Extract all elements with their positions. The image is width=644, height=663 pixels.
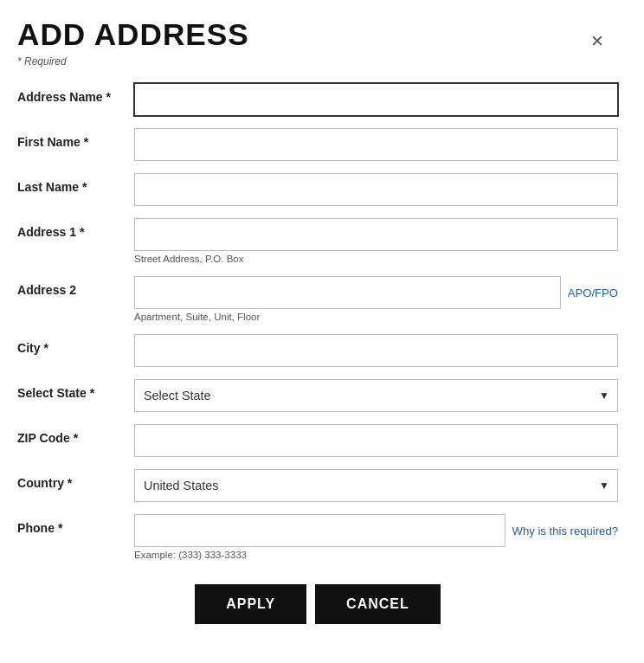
required-note: * Required bbox=[17, 55, 618, 68]
city-field-wrap bbox=[134, 334, 618, 367]
address2-label: Address 2 bbox=[17, 276, 134, 297]
state-row: Select State * Select State Alabama Alas… bbox=[17, 379, 618, 412]
zip-row: ZIP Code * bbox=[17, 424, 618, 457]
page-title: ADD ADDRESS bbox=[17, 17, 618, 52]
country-field-wrap: United States Canada Mexico ▼ bbox=[134, 469, 618, 502]
address1-input[interactable] bbox=[134, 218, 618, 251]
phone-input-row: Why is this required? bbox=[134, 514, 618, 547]
city-input[interactable] bbox=[134, 334, 618, 367]
first-name-row: First Name * bbox=[17, 128, 618, 161]
address2-input[interactable] bbox=[134, 276, 561, 309]
why-required-link[interactable]: Why is this required? bbox=[512, 525, 618, 537]
zip-label: ZIP Code * bbox=[17, 424, 134, 445]
country-select-wrapper: United States Canada Mexico ▼ bbox=[134, 469, 618, 502]
country-label: Country * bbox=[17, 469, 134, 490]
first-name-field-wrap bbox=[134, 128, 618, 161]
apo-fpo-link[interactable]: APO/FPO bbox=[568, 286, 618, 299]
state-select-wrapper: Select State Alabama Alaska Arizona Cali… bbox=[134, 379, 618, 412]
address2-input-row: APO/FPO bbox=[134, 276, 618, 309]
phone-input[interactable] bbox=[134, 514, 506, 547]
phone-field-wrap: Why is this required? Example: (333) 333… bbox=[134, 514, 618, 560]
button-row: APPLY CANCEL bbox=[17, 584, 618, 624]
last-name-label: Last Name * bbox=[17, 173, 134, 194]
address-name-row: Address Name * bbox=[17, 83, 618, 116]
last-name-field-wrap bbox=[134, 173, 618, 206]
state-field-wrap: Select State Alabama Alaska Arizona Cali… bbox=[134, 379, 618, 412]
phone-row: Phone * Why is this required? Example: (… bbox=[17, 514, 618, 560]
city-row: City * bbox=[17, 334, 618, 367]
state-select[interactable]: Select State Alabama Alaska Arizona Cali… bbox=[134, 379, 618, 412]
address-name-field-wrap bbox=[134, 83, 618, 116]
zip-field-wrap bbox=[134, 424, 618, 457]
zip-input[interactable] bbox=[134, 424, 618, 457]
city-label: City * bbox=[17, 334, 134, 355]
phone-hint: Example: (333) 333-3333 bbox=[134, 550, 618, 560]
apply-button[interactable]: APPLY bbox=[195, 584, 306, 624]
first-name-label: First Name * bbox=[17, 128, 134, 149]
address1-label: Address 1 * bbox=[17, 218, 134, 239]
last-name-row: Last Name * bbox=[17, 173, 618, 206]
state-label: Select State * bbox=[17, 379, 134, 400]
cancel-button[interactable]: CANCEL bbox=[315, 584, 441, 624]
address1-row: Address 1 * Street Address, P.O. Box bbox=[17, 218, 618, 264]
close-icon[interactable]: ✕ bbox=[590, 31, 604, 51]
address2-hint: Apartment, Suite, Unit, Floor bbox=[134, 312, 618, 322]
address1-hint: Street Address, P.O. Box bbox=[134, 254, 618, 264]
address-name-label: Address Name * bbox=[17, 83, 134, 104]
address2-field-wrap: APO/FPO Apartment, Suite, Unit, Floor bbox=[134, 276, 618, 322]
first-name-input[interactable] bbox=[134, 128, 618, 161]
phone-label: Phone * bbox=[17, 514, 134, 535]
address2-row: Address 2 APO/FPO Apartment, Suite, Unit… bbox=[17, 276, 618, 322]
address-name-input[interactable] bbox=[134, 83, 618, 116]
address1-field-wrap: Street Address, P.O. Box bbox=[134, 218, 618, 264]
country-row: Country * United States Canada Mexico ▼ bbox=[17, 469, 618, 502]
last-name-input[interactable] bbox=[134, 173, 618, 206]
country-select[interactable]: United States Canada Mexico bbox=[134, 469, 618, 502]
